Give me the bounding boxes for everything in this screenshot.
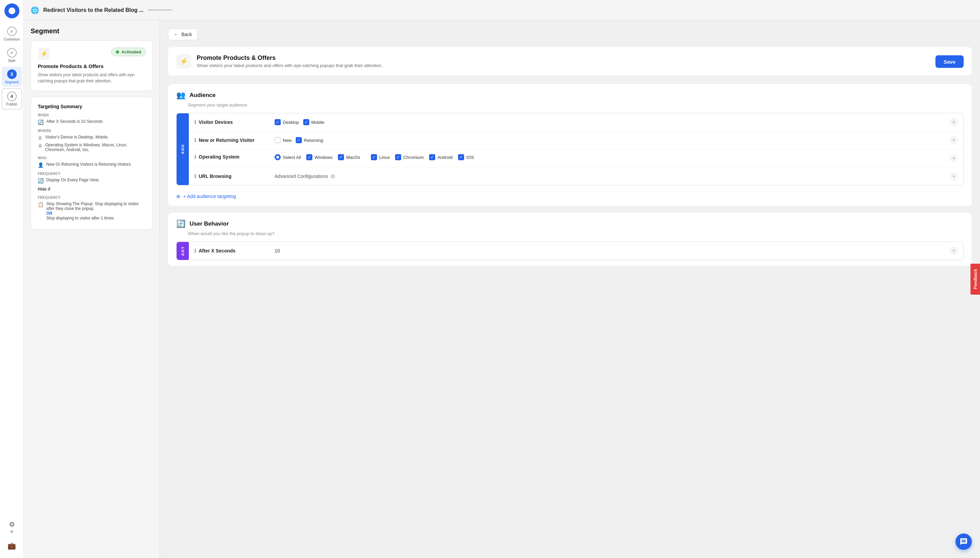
returning-label: Returning (304, 138, 323, 143)
sidebar-item-briefcase[interactable]: 💼 (2, 539, 22, 553)
visitor-devices-label: ℹ Visitor Devices (194, 120, 269, 125)
targeting-summary: Targeting Summary WHEN 🔄 After X Seconds… (31, 97, 153, 230)
hide-text: Stop Showing The Popup: Stop displaying … (46, 202, 146, 220)
linux-label: Linux (379, 155, 390, 160)
ios-checkbox[interactable]: IOS (458, 154, 474, 160)
audience-section: 👥 Audience Segment your target audience … (168, 84, 972, 206)
feedback-tab[interactable]: Feedback (970, 263, 980, 294)
step-number-segment: 3 (7, 69, 17, 79)
sidebar-item-segment[interactable]: 3 Segment (2, 67, 22, 87)
condition-rows: ℹ Visitor Devices Desktop Mobile (189, 113, 963, 185)
user-behavior-title: User Behavior (190, 220, 229, 227)
macos-checked-icon (338, 154, 344, 160)
new-returning-values: New Returning (274, 137, 944, 143)
user-behavior-conditions: ANY ℹ After X Seconds 10 × (176, 241, 964, 260)
advanced-config: Advanced Configurations ⚙ (274, 173, 335, 180)
chromium-checkbox[interactable]: Chromium (395, 154, 424, 160)
main-card-header: ⚡ Promote Products & Offers Show visitor… (168, 47, 972, 76)
sidebar-item-settings[interactable]: ⚙ ⚙ (2, 517, 22, 536)
back-button[interactable]: ← Back (168, 29, 198, 40)
windows-label: Windows (314, 155, 332, 160)
mobile-checked-icon (303, 119, 309, 125)
remove-new-returning[interactable]: × (950, 136, 958, 144)
new-returning-label: ℹ New or Returning Visitor (194, 138, 269, 143)
remove-after-x-seconds[interactable]: × (950, 247, 958, 255)
briefcase-icon: 💼 (8, 542, 16, 550)
operating-system-text: Operating System (199, 154, 240, 159)
android-checkbox[interactable]: Android (429, 154, 453, 160)
user-behavior-subtitle: When would you like the popup to show up… (168, 231, 972, 241)
select-all-radio-icon (274, 154, 281, 160)
url-browsing-text: URL Browsing (199, 174, 231, 179)
clock-icon: 🔄 (38, 120, 44, 125)
main-card-icon: ⚡ (176, 54, 191, 69)
visitor-devices-text: Visitor Devices (199, 120, 233, 125)
mobile-checkbox[interactable]: Mobile (303, 119, 324, 125)
macos-label: MacOs (346, 155, 360, 160)
desktop-checked-icon (274, 119, 281, 125)
app-logo[interactable] (5, 3, 20, 18)
select-all-radio[interactable]: Select All (274, 154, 301, 160)
windows-checked-icon (306, 154, 312, 160)
add-targeting-icon: ⊕ (176, 194, 181, 199)
returning-checked-icon (296, 137, 302, 143)
globe-icon: 🌐 (31, 6, 39, 14)
sidebar-item-publish[interactable]: 4 Publish (2, 88, 22, 110)
chat-button[interactable] (955, 533, 972, 550)
after-x-seconds-text: After X Seconds (199, 248, 235, 253)
nav-label-publish: Publish (6, 102, 17, 106)
linux-checkbox[interactable]: Linux (371, 154, 390, 160)
remove-visitor-devices[interactable]: × (950, 118, 958, 126)
main-card: ⚡ Promote Products & Offers Show visitor… (168, 47, 972, 76)
desktop-checkbox[interactable]: Desktop (274, 119, 299, 125)
visitor-devices-row: ℹ Visitor Devices Desktop Mobile (189, 113, 963, 131)
settings-icon: ⚙ (9, 520, 15, 528)
remove-os[interactable]: × (950, 154, 958, 162)
ub-condition-rows: ℹ After X Seconds 10 × (189, 242, 963, 260)
operating-system-label: ℹ Operating System (194, 154, 269, 159)
info-icon-seconds: ℹ (194, 248, 196, 253)
macos-checkbox[interactable]: MacOs (338, 154, 360, 160)
after-x-seconds-row: ℹ After X Seconds 10 × (189, 242, 963, 260)
when-label: WHEN (38, 113, 146, 117)
visitor-devices-values: Desktop Mobile (274, 119, 944, 125)
ios-label: IOS (466, 155, 474, 160)
after-x-seconds-label: ℹ After X Seconds (194, 248, 269, 253)
ts-who-row: 👤 New Or Returning Visitors is Returning… (38, 162, 146, 168)
linux-checked-icon (371, 154, 377, 160)
nav-label-customize: Customize (4, 38, 20, 41)
info-icon-devices: ℹ (194, 120, 196, 125)
select-all-label: Select All (283, 155, 301, 160)
new-returning-row: ℹ New or Returning Visitor New Returning (189, 131, 963, 149)
card-icon: ⚡ (38, 48, 50, 60)
nav-label-segment: Segment (5, 80, 18, 84)
operating-system-row: ℹ Operating System Select All Windows (189, 149, 963, 167)
save-button[interactable]: Save (936, 55, 964, 68)
nav-label-style: Style (8, 59, 15, 62)
new-checkbox[interactable]: New (274, 137, 292, 143)
returning-checkbox[interactable]: Returning (296, 137, 323, 143)
sidebar-item-style[interactable]: ✓ Style (2, 45, 22, 65)
after-x-seconds-value: 10 (274, 248, 944, 253)
chromium-label: Chromium (403, 155, 424, 160)
audience-section-header: 👥 Audience (168, 84, 972, 102)
card-description: Show visitors your latest products and o… (38, 72, 146, 84)
main-card-description: Show visitors your latest products and o… (197, 63, 382, 68)
sidebar-item-customize[interactable]: ✓ Customize (2, 24, 22, 44)
top-bar: 🌐 Redirect Visitors to the Related Blog … (24, 0, 980, 20)
frequency-text: Display On Every Page View. (46, 177, 99, 182)
mobile-label: Mobile (311, 120, 324, 125)
sidebar-title: Segment (31, 27, 153, 35)
new-unchecked-icon (274, 137, 281, 143)
device-icon-1: 🖥 (38, 135, 43, 141)
gear-icon: ⚙ (330, 173, 335, 180)
info-icon-url: ℹ (194, 174, 196, 179)
activated-label: Activated (121, 49, 141, 54)
hide-frequency-label: FREQUENCY (38, 195, 146, 199)
page-subtitle: •••••••••••••••• (148, 8, 172, 13)
remove-url-browsing[interactable]: × (950, 172, 958, 181)
add-audience-targeting[interactable]: ⊕ + Add audience targeting (168, 191, 972, 206)
back-label: Back (181, 32, 192, 37)
ts-where-row-2: 🖥 Operating System is Windows, Macos, Li… (38, 143, 146, 152)
windows-checkbox[interactable]: Windows (306, 154, 332, 160)
